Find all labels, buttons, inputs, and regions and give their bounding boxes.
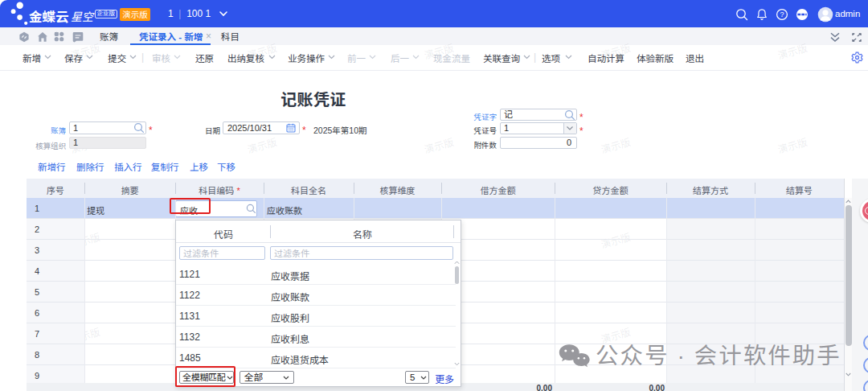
svg-text:?: ? bbox=[780, 10, 784, 19]
